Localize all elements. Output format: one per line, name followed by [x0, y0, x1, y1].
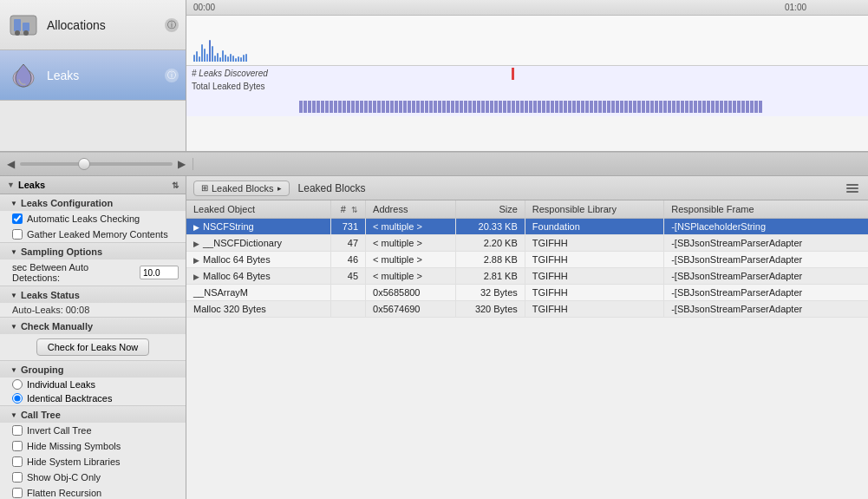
section-grouping-title[interactable]: ▼ Grouping — [0, 361, 186, 378]
leak-red-marker — [512, 68, 514, 80]
segment-label: Leaked Blocks — [212, 183, 274, 194]
track-allocations — [186, 16, 868, 66]
row-hide-missing: Hide Missing Symbols — [0, 438, 186, 454]
leaks-table: Leaked Object # ⇅ Address Size — [186, 200, 868, 318]
cell-responsible-frame: -[SBJsonStreamParserAdapter — [664, 252, 868, 268]
section-status: ▼ Leaks Status Auto-Leaks: 00:08 — [0, 286, 186, 318]
instrument-leaks[interactable]: Leaks ⓘ — [0, 50, 186, 101]
cell-leaked-object: __NSArrayM — [186, 285, 331, 301]
time-marker-00: 00:00 — [193, 3, 215, 12]
disclosure-triangle[interactable]: ▶ — [193, 256, 199, 265]
timeline-tracks: 00:00 01:00 — [186, 0, 868, 151]
scrubber-right-icon[interactable]: ▶ — [178, 158, 186, 170]
section-check-manually-title[interactable]: ▼ Check Manually — [0, 318, 186, 334]
tri-call-tree: ▼ — [10, 411, 17, 419]
hide-system-label: Hide System Libraries — [27, 456, 121, 467]
hide-missing-checkbox[interactable] — [12, 441, 23, 451]
row-identical-backtraces: Identical Backtraces — [0, 391, 186, 405]
svg-rect-1 — [14, 19, 21, 31]
disclosure-triangle[interactable]: ▶ — [193, 223, 199, 232]
hide-system-checkbox[interactable] — [12, 456, 23, 467]
sec-label: sec Between Auto Detections: — [12, 262, 136, 283]
allocations-label: Allocations — [47, 18, 165, 32]
invert-call-tree-label: Invert Call Tree — [27, 425, 92, 436]
section-sampling-title[interactable]: ▼ Sampling Options — [0, 243, 186, 259]
row-sec-detections: sec Between Auto Detections: — [0, 259, 186, 286]
sort-arrows[interactable]: ⇅ — [172, 181, 179, 190]
table-row[interactable]: Malloc 320 Bytes0x5674690320 BytesTGIFHH… — [186, 301, 868, 318]
col-header-address[interactable]: Address — [366, 200, 456, 219]
track-leaks: # Leaks Discovered Total Leaked Bytes — [186, 66, 868, 116]
alloc-bars — [193, 23, 868, 62]
col-header-leaked-object[interactable]: Leaked Object — [186, 200, 331, 219]
hide-missing-label: Hide Missing Symbols — [27, 441, 121, 451]
cell-size: 2.88 KB — [455, 252, 525, 268]
table-row[interactable]: ▶NSCFString731< multiple >20.33 KBFounda… — [186, 219, 868, 235]
section-configuration-title[interactable]: ▼ Leaks Configuration — [0, 194, 186, 211]
instrument-allocations[interactable]: Allocations ⓘ — [0, 0, 186, 50]
invert-call-tree-checkbox[interactable] — [12, 425, 23, 436]
svg-point-4 — [23, 30, 29, 36]
cell-size: 20.33 KB — [455, 219, 525, 235]
table-row[interactable]: ▶Malloc 64 Bytes46< multiple >2.88 KBTGI… — [186, 252, 868, 268]
col-header-size[interactable]: Size — [455, 200, 525, 219]
toolbar-view-title: Leaked Blocks — [298, 182, 366, 194]
sort-arrow-count: ⇅ — [351, 206, 358, 214]
scrubber-thumb[interactable] — [78, 158, 90, 170]
leaks-header-triangle: ▼ — [7, 181, 15, 189]
flatten-checkbox[interactable] — [12, 488, 23, 498]
row-hide-system: Hide System Libraries — [0, 454, 186, 469]
tri-grouping: ▼ — [10, 366, 17, 374]
grid-icon: ⊞ — [201, 183, 208, 193]
total-leaked-label: Total Leaked Bytes — [192, 82, 265, 91]
sec-input[interactable] — [140, 266, 179, 279]
cell-responsible-frame: -[SBJsonStreamParserAdapter — [664, 235, 868, 252]
section-status-title[interactable]: ▼ Leaks Status — [0, 286, 186, 303]
table-row[interactable]: ▶__NSCFDictionary47< multiple >2.20 KBTG… — [186, 235, 868, 252]
toolbar-segment-leaked-blocks[interactable]: ⊞ Leaked Blocks ▸ — [193, 181, 290, 196]
scrubber-left-icon[interactable]: ◀ — [7, 158, 15, 170]
cell-count: 47 — [331, 235, 366, 252]
config-panel: ▼ Leaks ⇅ ▼ Leaks Configuration Automati… — [0, 176, 186, 499]
check-for-leaks-button[interactable]: Check for Leaks Now — [36, 338, 150, 356]
col-header-responsible-library[interactable]: Responsible Library — [525, 200, 663, 219]
individual-label: Individual Leaks — [27, 379, 95, 390]
show-objc-checkbox[interactable] — [12, 472, 23, 483]
row-individual-leaks: Individual Leaks — [0, 378, 186, 391]
allocations-icon — [7, 9, 40, 42]
table-row[interactable]: __NSArrayM0x568580032 BytesTGIFHH-[SBJso… — [186, 285, 868, 301]
time-marker-01: 01:00 — [785, 3, 806, 12]
table-row[interactable]: ▶Malloc 64 Bytes45< multiple >2.81 KBTGI… — [186, 268, 868, 285]
toolbar-menu-button[interactable] — [844, 180, 861, 197]
show-objc-label: Show Obj-C Only — [27, 472, 101, 483]
auto-checking-checkbox[interactable] — [12, 213, 23, 224]
cell-leaked-object: ▶NSCFString — [186, 219, 331, 235]
scrubber-track[interactable] — [20, 162, 173, 166]
cell-responsible-library: TGIFHH — [525, 252, 663, 268]
cell-count: 46 — [331, 252, 366, 268]
cell-address: < multiple > — [366, 219, 456, 235]
row-flatten: Flatten Recursion — [0, 485, 186, 499]
data-panel: ⊞ Leaked Blocks ▸ Leaked Blocks — [186, 176, 868, 499]
tri-configuration: ▼ — [10, 200, 17, 207]
col-header-responsible-frame[interactable]: Responsible Frame — [664, 200, 868, 219]
disclosure-triangle[interactable]: ▶ — [193, 240, 199, 248]
cell-address: 0x5674690 — [366, 301, 456, 318]
menu-line-3 — [846, 191, 858, 193]
allocations-info-btn[interactable]: ⓘ — [165, 18, 179, 32]
row-show-objc: Show Obj-C Only — [0, 469, 186, 485]
menu-line-2 — [846, 187, 858, 189]
section-call-tree-title[interactable]: ▼ Call Tree — [0, 406, 186, 423]
cell-leaked-object: ▶Malloc 64 Bytes — [186, 268, 331, 285]
leaks-config-header[interactable]: ▼ Leaks ⇅ — [0, 176, 186, 194]
leaks-info-btn[interactable]: ⓘ — [165, 69, 179, 82]
individual-radio[interactable] — [12, 379, 23, 390]
disclosure-triangle[interactable]: ▶ — [193, 272, 199, 281]
cell-responsible-library: TGIFHH — [525, 301, 663, 318]
gather-memory-checkbox[interactable] — [12, 229, 23, 240]
cell-responsible-library: Foundation — [525, 219, 663, 235]
col-header-count[interactable]: # ⇅ — [331, 200, 366, 219]
svg-rect-2 — [23, 23, 29, 31]
cell-responsible-frame: -[SBJsonStreamParserAdapter — [664, 268, 868, 285]
identical-radio[interactable] — [12, 393, 23, 404]
